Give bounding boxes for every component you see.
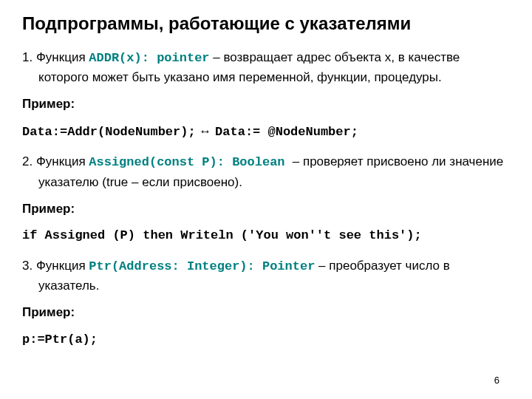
item-2-example-label: Пример: — [22, 200, 510, 219]
item-3: 3. Функция Ptr(Address: Integer): Pointe… — [22, 256, 510, 296]
item-2-example-code: if Assigned (P) then Writeln ('You won''… — [22, 226, 510, 245]
item-1-ex-a: Data:=Addr(NodeNumber); — [22, 125, 196, 139]
page-number: 6 — [494, 375, 499, 386]
item-3-example-label: Пример: — [22, 303, 510, 322]
page-title: Подпрограммы, работающие с указателями — [22, 13, 510, 35]
item-3-code: Ptr(Address: Integer): Pointer — [89, 259, 315, 273]
item-3-lead: 3. Функция — [22, 259, 89, 273]
item-2: 2. Функция Assigned(const P): Boolean – … — [22, 152, 510, 192]
item-2-lead: 2. Функция — [22, 154, 89, 168]
item-1-example-label: Пример: — [22, 95, 510, 114]
slide: Подпрограммы, работающие с указателями 1… — [0, 0, 532, 399]
item-1-example-code: Data:=Addr(NodeNumber); ↔ Data:= @NodeNu… — [22, 122, 510, 142]
item-1-ex-b: Data:= @NodeNumber; — [215, 125, 358, 139]
item-1-lead: 1. Функция — [22, 50, 89, 64]
item-3-example-code: p:=Ptr(a); — [22, 330, 510, 349]
item-1: 1. Функция ADDR(x): pointer – возвращает… — [22, 48, 510, 88]
item-2-code: Assigned(const P): Boolean — [89, 155, 292, 169]
body-text: 1. Функция ADDR(x): pointer – возвращает… — [22, 48, 510, 349]
item-1-code: ADDR(x): pointer — [89, 51, 209, 65]
arrow-icon: ↔ — [196, 124, 215, 138]
